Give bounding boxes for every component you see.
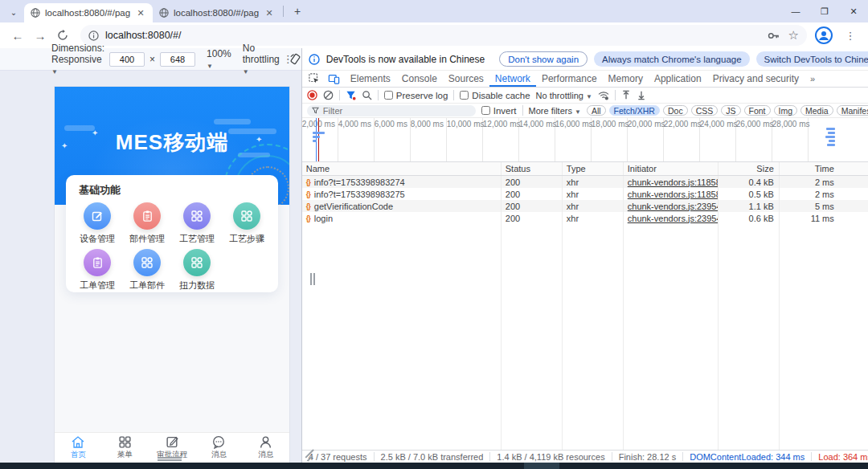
request-type-pill-js[interactable]: JS [721, 105, 740, 116]
request-type-pill-doc[interactable]: Doc [663, 105, 688, 116]
infobar-button-2[interactable]: Always match Chrome's language [594, 51, 750, 67]
tabbar-item-首页-0[interactable]: 首页 [55, 433, 101, 463]
import-har-icon[interactable] [621, 90, 631, 100]
column-header-initiator[interactable]: Initiator [624, 162, 719, 175]
maximize-button[interactable]: ❐ [810, 0, 839, 22]
devtools-tab-sources[interactable]: Sources [443, 71, 489, 87]
network-row-info?t=1753398983274[interactable]: {}info?t=1753398983274200xhrchunk-vendor… [302, 176, 868, 188]
device-toolbar-kebab-icon[interactable]: ⋮ [283, 53, 293, 65]
devtools-tab-network[interactable]: Network [489, 71, 536, 87]
disable-cache-checkbox[interactable]: Disable cache [460, 91, 530, 100]
request-type-pill-img[interactable]: Img [774, 105, 798, 116]
back-icon[interactable]: ← [8, 26, 27, 45]
new-tab-button[interactable]: + [289, 2, 306, 20]
viewport-corner-resize-handle[interactable] [304, 453, 313, 463]
record-icon[interactable] [307, 90, 317, 100]
inspect-element-icon[interactable] [305, 73, 323, 84]
network-row-getVierificationCode[interactable]: {}getVierificationCode200xhrchunk-vendor… [302, 200, 868, 212]
infobar-button-1[interactable]: Don't show again [499, 51, 588, 67]
network-table-header[interactable]: NameStatusTypeInitiatorSizeTime [302, 162, 868, 176]
password-key-icon[interactable] [767, 29, 780, 43]
edit-square-icon [84, 202, 111, 230]
network-throttling-dropdown[interactable]: No throttling ▼ [536, 91, 592, 100]
site-info-icon[interactable] [88, 31, 99, 41]
request-type-pill-font[interactable]: Font [744, 105, 771, 116]
request-type-pill-fetch-xhr[interactable]: Fetch/XHR [609, 105, 660, 116]
network-conditions-icon[interactable] [598, 91, 609, 100]
minimize-button[interactable]: — [781, 0, 810, 22]
column-header-status[interactable]: Status [502, 162, 563, 175]
tabbar-item-消息-3[interactable]: 消息 [195, 433, 242, 463]
filter-input[interactable] [307, 105, 476, 116]
grid-item-工单部件[interactable]: 工单部件 [122, 249, 172, 292]
xhr-file-icon: {} [306, 178, 310, 186]
request-name-cell[interactable]: {}getVierificationCode [302, 200, 502, 212]
grid-item-工艺管理[interactable]: 工艺管理 [172, 202, 222, 245]
request-initiator[interactable]: chunk-vendors.js:23954 [624, 212, 719, 224]
browser-tab-1[interactable]: localhost:8080/#/pages/logi✕ [24, 3, 153, 22]
forward-icon[interactable]: → [31, 26, 50, 45]
zoom-dropdown[interactable]: 100% ▼ [207, 48, 231, 71]
tab-search-icon[interactable]: ⌄ [6, 5, 21, 19]
request-initiator[interactable]: chunk-vendors.js:11858 [624, 188, 719, 200]
devtools-tab-privacy-and-security[interactable]: Privacy and security [707, 71, 805, 87]
preserve-log-checkbox[interactable]: Preserve log [384, 91, 448, 100]
bookmark-star-icon[interactable]: ☆ [788, 28, 799, 43]
column-header-size[interactable]: Size [719, 162, 780, 175]
request-name-cell[interactable]: {}login [302, 212, 502, 224]
export-har-icon[interactable] [637, 90, 646, 100]
initiator-link[interactable]: chunk-vendors.js:23954 [628, 202, 719, 211]
grid-item-设备管理[interactable]: 设备管理 [72, 202, 122, 245]
browser-tab-strip: ⌄ localhost:8080/#/pages/logi✕localhost:… [0, 0, 868, 22]
devtools-tab-console[interactable]: Console [396, 71, 443, 87]
column-header-name[interactable]: Name [302, 162, 502, 175]
infobar-button-3[interactable]: Switch DevTools to Chinese [756, 51, 868, 67]
profile-avatar[interactable] [815, 27, 833, 44]
tabbar-item-菜单-1[interactable]: 菜单 [101, 433, 148, 463]
request-initiator[interactable]: chunk-vendors.js:23954 [624, 200, 719, 212]
grid-item-扭力数据[interactable]: 扭力数据 [172, 249, 222, 292]
devtools-tab-elements[interactable]: Elements [345, 71, 396, 87]
request-type-pill-css[interactable]: CSS [691, 105, 719, 116]
toggle-device-toolbar-icon[interactable] [325, 73, 343, 84]
browser-menu-kebab-icon[interactable]: ⋮ [841, 26, 860, 45]
url-text[interactable]: localhost:8080/#/ [105, 30, 182, 41]
request-name-cell[interactable]: {}info?t=1753398983275 [302, 188, 502, 200]
tab-close-icon[interactable]: ✕ [264, 7, 275, 18]
column-header-type[interactable]: Type [563, 162, 624, 175]
request-type-pill-all[interactable]: All [587, 105, 606, 116]
initiator-link[interactable]: chunk-vendors.js:23954 [628, 214, 719, 223]
initiator-link[interactable]: chunk-vendors.js:11858 [628, 190, 719, 199]
grid-item-工单管理[interactable]: 工单管理 [72, 249, 122, 292]
grid-item-工艺步骤[interactable]: 工艺步骤 [222, 202, 272, 245]
clear-icon[interactable] [323, 90, 334, 100]
browser-tab-2[interactable]: localhost:8080/#/pages/men✕ [153, 3, 281, 22]
viewport-width-input[interactable] [109, 52, 145, 67]
network-row-info?t=1753398983275[interactable]: {}info?t=1753398983275200xhrchunk-vendor… [302, 188, 868, 200]
more-tabs-chevron[interactable]: » [806, 74, 819, 84]
request-type-pill-media[interactable]: Media [800, 105, 833, 116]
viewport-bottom-resize-handle[interactable] [158, 457, 182, 461]
invert-checkbox[interactable]: Invert [481, 106, 517, 116]
devtools-tab-application[interactable]: Application [649, 71, 707, 87]
initiator-link[interactable]: chunk-vendors.js:11858 [628, 177, 719, 187]
request-initiator[interactable]: chunk-vendors.js:11858 [624, 176, 719, 188]
devtools-tab-performance[interactable]: Performance [536, 71, 603, 87]
more-filters-dropdown[interactable]: More filters ▼ [529, 106, 581, 116]
network-overview-timeline[interactable]: 2,000 ms4,000 ms6,000 ms8,000 ms10,000 m… [302, 118, 868, 162]
close-button[interactable]: ✕ [839, 0, 868, 22]
viewport-height-input[interactable] [160, 52, 195, 67]
search-icon[interactable] [362, 90, 372, 100]
request-type-pill-manifest[interactable]: Manifest [837, 105, 868, 116]
tabbar-item-消息-4[interactable]: 消息 [243, 433, 289, 463]
network-row-login[interactable]: {}login200xhrchunk-vendors.js:239540.6 k… [302, 212, 868, 224]
devtools-tab-memory[interactable]: Memory [603, 71, 649, 87]
request-time: 2 ms [780, 188, 839, 200]
tab-close-icon[interactable]: ✕ [135, 7, 146, 18]
request-name-cell[interactable]: {}info?t=1753398983274 [302, 176, 502, 188]
filter-icon[interactable] [346, 90, 356, 100]
timeline-tick: 10,000 ms [447, 118, 483, 161]
grid-item-部件管理[interactable]: 部件管理 [122, 202, 172, 245]
address-bar[interactable]: localhost:8080/#/ ☆ [80, 25, 807, 46]
column-header-time[interactable]: Time [780, 162, 839, 175]
